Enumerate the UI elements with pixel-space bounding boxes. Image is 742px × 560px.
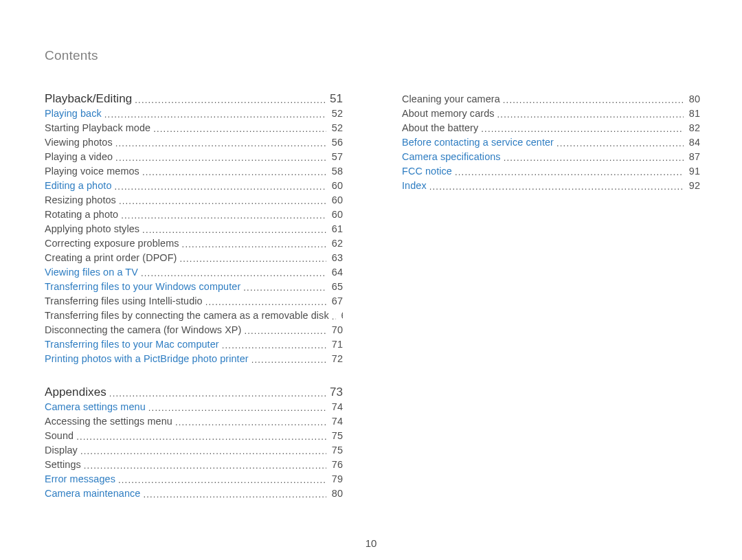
toc-entry-title: About memory cards bbox=[402, 107, 495, 120]
toc-entry[interactable]: Transferring files using Intelli-studio.… bbox=[45, 294, 343, 309]
toc-entry-page: 84 bbox=[684, 135, 700, 149]
toc-entry-title: Transferring files to your Windows compu… bbox=[45, 280, 240, 293]
toc-entry[interactable]: Camera specifications...................… bbox=[402, 150, 700, 164]
toc-entry[interactable]: Before contacting a service center......… bbox=[402, 135, 700, 150]
toc-entry-page: 81 bbox=[684, 107, 700, 120]
toc-entry-page: 76 bbox=[326, 458, 343, 471]
toc-entry-page: 60 bbox=[326, 208, 343, 221]
toc-leader-dots: ........................................… bbox=[240, 281, 326, 294]
toc-entry-page: 87 bbox=[684, 150, 700, 164]
toc-leader-dots: ........................................… bbox=[78, 445, 326, 458]
toc-entry-title: Camera maintenance bbox=[45, 486, 140, 500]
toc-entry[interactable]: About memory cards......................… bbox=[402, 107, 700, 121]
toc-entry-title: Transferring files to your Mac computer bbox=[45, 337, 219, 351]
toc-entry-page: 67 bbox=[326, 294, 343, 308]
toc-entry[interactable]: Display.................................… bbox=[45, 443, 343, 458]
toc-entry-page: 71 bbox=[326, 337, 343, 351]
toc-entry[interactable]: Viewing files on a TV...................… bbox=[45, 265, 343, 280]
toc-leader-dots: ........................................… bbox=[112, 180, 326, 193]
toc-leader-dots: ........................................… bbox=[500, 93, 684, 107]
toc-entry[interactable]: Cleaning your camera....................… bbox=[402, 92, 700, 107]
toc-leader-dots: ........................................… bbox=[427, 180, 684, 193]
toc-entry-page: 60 bbox=[326, 193, 343, 207]
toc-entry[interactable]: Creating a print order (DPOF)...........… bbox=[45, 251, 343, 265]
toc-leader-dots: ........................................… bbox=[554, 137, 684, 150]
toc-entry[interactable]: Camera maintenance......................… bbox=[45, 486, 343, 501]
toc-entry[interactable]: Correcting exposure problems............… bbox=[45, 236, 343, 251]
toc-entry[interactable]: Viewing photos..........................… bbox=[45, 135, 343, 150]
toc-entry[interactable]: About the battery.......................… bbox=[402, 121, 700, 135]
toc-entry[interactable]: Playback/Editing........................… bbox=[45, 92, 343, 107]
toc-entry-title: Editing a photo bbox=[45, 179, 112, 192]
toc-entry-title: FCC notice bbox=[402, 164, 452, 178]
toc-entry-page: 82 bbox=[684, 121, 700, 135]
toc-entry-title: Cleaning your camera bbox=[402, 92, 500, 106]
toc-entry[interactable]: Editing a photo.........................… bbox=[45, 179, 343, 193]
toc-entry[interactable]: Transferring files by connecting the cam… bbox=[45, 309, 343, 323]
toc-entry[interactable]: Resizing photos.........................… bbox=[45, 193, 343, 208]
toc-entry[interactable]: Appendixes..............................… bbox=[45, 385, 343, 400]
toc-entry-title: Correcting exposure problems bbox=[45, 236, 179, 250]
toc-entry-page: 69 bbox=[336, 309, 343, 322]
toc-leader-dots: ........................................… bbox=[219, 339, 326, 352]
toc-entry-page: 62 bbox=[326, 236, 343, 250]
toc-entry-page: 74 bbox=[326, 400, 343, 414]
toc-entry-title: Camera settings menu bbox=[45, 400, 146, 414]
toc-entry-page: 74 bbox=[326, 414, 343, 428]
toc-entry[interactable]: Transferring files to your Mac computer.… bbox=[45, 337, 343, 352]
toc-leader-dots: ........................................… bbox=[74, 430, 326, 443]
toc-entry-title: Index bbox=[402, 179, 427, 192]
toc-entry-title: Camera specifications bbox=[402, 150, 501, 164]
toc-entry-title: Playing voice memos bbox=[45, 164, 139, 178]
toc-entry[interactable]: Sound...................................… bbox=[45, 429, 343, 443]
toc-entry-page: 79 bbox=[326, 472, 343, 486]
toc-entry[interactable]: Error messages..........................… bbox=[45, 472, 343, 486]
toc-entry-page: 58 bbox=[326, 164, 343, 178]
toc-leader-dots: ........................................… bbox=[203, 295, 326, 309]
toc-entry-page: 92 bbox=[684, 179, 700, 192]
toc-entry[interactable]: Index...................................… bbox=[402, 179, 700, 193]
toc-entry[interactable]: Disconnecting the camera (for Windows XP… bbox=[45, 323, 343, 337]
toc-leader-dots: ........................................… bbox=[132, 93, 326, 107]
toc-entry[interactable]: Playing voice memos.....................… bbox=[45, 164, 343, 179]
toc-entry-title: Disconnecting the camera (for Windows XP… bbox=[45, 323, 241, 337]
toc-entry-page: 61 bbox=[326, 222, 343, 236]
toc-entry[interactable]: Camera settings menu....................… bbox=[45, 400, 343, 414]
toc-entry[interactable]: Playing back............................… bbox=[45, 107, 343, 121]
toc-entry-page: 63 bbox=[326, 251, 343, 265]
toc-leader-dots: ........................................… bbox=[179, 238, 326, 251]
toc-leader-dots: ........................................… bbox=[478, 122, 684, 135]
toc-entry-page: 52 bbox=[326, 107, 343, 120]
toc-entry-page: 80 bbox=[326, 486, 343, 500]
toc-leader-dots: ........................................… bbox=[81, 459, 326, 472]
toc-entry-page: 75 bbox=[326, 443, 343, 457]
toc-entry-page: 65 bbox=[326, 280, 343, 293]
toc-entry[interactable]: Starting Playback mode..................… bbox=[45, 121, 343, 135]
toc-entry-title: Creating a print order (DPOF) bbox=[45, 251, 177, 265]
toc-entry[interactable]: Accessing the settings menu.............… bbox=[45, 414, 343, 429]
toc-entry-title: Playing back bbox=[45, 107, 102, 120]
toc-entry-title: Display bbox=[45, 443, 78, 457]
toc-entry-page: 64 bbox=[326, 265, 343, 279]
toc-leader-dots: ........................................… bbox=[241, 324, 326, 337]
toc-column-left: Playback/Editing........................… bbox=[45, 92, 343, 501]
toc-entry[interactable]: Transferring files to your Windows compu… bbox=[45, 280, 343, 294]
toc-leader-dots: ........................................… bbox=[113, 137, 326, 150]
toc-entry[interactable]: FCC notice..............................… bbox=[402, 164, 700, 179]
page-number: 10 bbox=[0, 537, 742, 549]
toc-entry-page: 51 bbox=[326, 92, 343, 106]
toc-leader-dots: ........................................… bbox=[102, 108, 326, 121]
contents-page: Contents Playback/Editing...............… bbox=[0, 0, 742, 560]
toc-entry[interactable]: Printing photos with a PictBridge photo … bbox=[45, 352, 343, 366]
toc-columns: Playback/Editing........................… bbox=[45, 92, 697, 501]
toc-entry-page: 91 bbox=[684, 164, 700, 178]
toc-entry-title: Error messages bbox=[45, 472, 115, 486]
toc-entry-page: 52 bbox=[326, 121, 343, 135]
toc-entry[interactable]: Rotating a photo........................… bbox=[45, 208, 343, 222]
toc-entry[interactable]: Applying photo styles...................… bbox=[45, 222, 343, 236]
toc-entry-title: Sound bbox=[45, 429, 74, 443]
toc-leader-dots: ........................................… bbox=[495, 108, 684, 121]
toc-entry-title: Transferring files using Intelli-studio bbox=[45, 294, 203, 308]
toc-entry[interactable]: Settings................................… bbox=[45, 458, 343, 472]
toc-entry[interactable]: Playing a video.........................… bbox=[45, 150, 343, 164]
